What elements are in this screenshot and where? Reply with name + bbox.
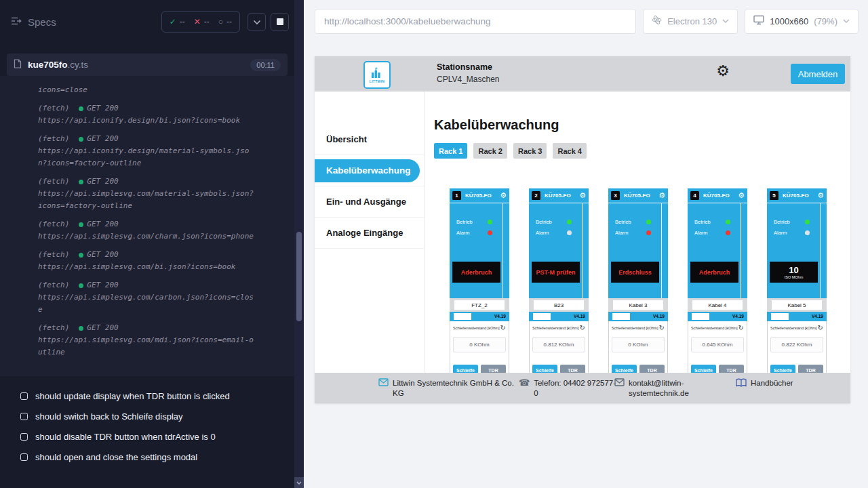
specs-button[interactable]: Specs <box>11 16 161 28</box>
measurement-panel: Schleifenwiderstand [kOhm]↻ 0 KOhm Schle… <box>608 321 668 373</box>
tab-rack-4[interactable]: Rack 4 <box>553 143 586 159</box>
logout-button[interactable]: Abmelden <box>791 64 845 84</box>
version-chip <box>454 313 471 320</box>
cable-name-field[interactable]: FTZ_2 <box>454 300 505 310</box>
test-collapse-icon <box>20 413 28 420</box>
url-bar[interactable]: http://localhost:3000/kabelueberwachung <box>315 9 636 34</box>
alarm-led <box>805 230 810 235</box>
log-entry[interactable]: (fetch)GET 200 https://api.simplesvg.com… <box>38 218 281 243</box>
betrieb-led <box>805 220 810 224</box>
collapse-button[interactable] <box>248 13 266 31</box>
log-entry[interactable]: (fetch)GET 200 https://api.simplesvg.com… <box>38 322 281 359</box>
footer-manuals-link[interactable]: Handbücher <box>736 378 793 388</box>
viewport-zoom: (79%) <box>814 16 837 26</box>
tdr-button[interactable]: TDR <box>719 365 744 373</box>
version-chip <box>612 313 630 320</box>
footer-phone[interactable]: ☎ Telefon: 04402 972577-0 <box>519 378 618 399</box>
card-header: 4 KÜ705-FO ⚙ <box>688 188 747 203</box>
viewport-size: 1000x660 <box>770 16 808 26</box>
reporter-scrollbar[interactable] <box>294 0 304 488</box>
tdr-button[interactable]: TDR <box>560 365 585 373</box>
tab-rack-2[interactable]: Rack 2 <box>473 143 507 159</box>
test-item[interactable]: should switch back to Schleife display <box>20 411 230 422</box>
cable-name-strip: FTZ_2 <box>450 298 509 312</box>
sidebar-item-analoge-eingaenge[interactable]: Analoge Eingänge <box>315 218 424 249</box>
test-item[interactable]: should open and close the settings modal <box>20 452 230 462</box>
browser-bar: http://localhost:3000/kabelueberwachung … <box>304 0 868 42</box>
browser-select[interactable]: Electron 130 <box>643 9 738 34</box>
cross-icon: ✕ <box>194 17 201 26</box>
measurement-value: 0.645 KOhm <box>691 337 744 352</box>
version-row: V4.19 <box>450 312 509 321</box>
app-header: LITTWIN Stationsname CPLV4_Maschen ⚙ Abm… <box>315 56 850 92</box>
card-divider <box>582 203 583 298</box>
spec-timer: 00:11 <box>250 59 281 71</box>
card-header: 2 KÜ705-FO ⚙ <box>529 188 589 203</box>
app-sidebar: Übersicht Kabelüberwachung Ein- und Ausg… <box>315 92 425 373</box>
refresh-icon[interactable]: ↻ <box>818 325 823 331</box>
viewport-select[interactable]: 1000x660 (79%) <box>745 9 859 34</box>
cable-name-field[interactable]: Kabel 5 <box>772 300 822 310</box>
iso-unit: ISO MOhm <box>785 275 804 279</box>
card-settings-gear-icon[interactable]: ⚙ <box>658 192 665 199</box>
test-item[interactable]: should disable TDR button when tdrActive… <box>20 432 230 442</box>
log-entry[interactable]: (fetch)GET 200 https://api.simplesvg.com… <box>38 176 281 212</box>
app-footer: Littwin Systemtechnik GmbH & Co. KG ☎ Te… <box>315 373 850 403</box>
status-display: Aderbruch <box>452 262 500 283</box>
log-line[interactable]: icons=close <box>38 84 255 96</box>
device-card-4: 4 KÜ705-FO ⚙ Betrieb Alarm Aderbruch Kab… <box>688 188 747 373</box>
card-number: 5 <box>770 191 778 200</box>
spec-file-row[interactable]: kue705fo.cy.ts 00:11 <box>7 54 288 76</box>
cable-name-strip: Kabel 5 <box>767 298 827 312</box>
refresh-icon[interactable]: ↻ <box>659 325 665 331</box>
cable-name-strip: Kabel 4 <box>688 298 747 312</box>
sidebar-item-ein-und-ausgaenge[interactable]: Ein- und Ausgänge <box>315 186 424 218</box>
betrieb-led <box>488 220 492 224</box>
schleife-button[interactable]: Schleife <box>691 365 716 373</box>
footer-company[interactable]: Littwin Systemtechnik GmbH & Co. KG <box>378 378 517 399</box>
sidebar-item-uebersicht[interactable]: Übersicht <box>315 124 424 155</box>
cable-name-field[interactable]: Kabel 3 <box>613 300 663 310</box>
log-entry[interactable]: (fetch)GET 200 https://api.iconify.desig… <box>38 133 281 169</box>
schleife-button[interactable]: Schleife <box>612 365 637 373</box>
schleife-button[interactable]: Schleife <box>453 365 478 373</box>
log-entry[interactable]: (fetch)GET 200 https://api.simplesvg.com… <box>38 279 281 316</box>
spec-name: kue705fo.cy.ts <box>28 60 88 70</box>
cable-name-field[interactable]: Kabel 4 <box>692 300 743 310</box>
firmware-version: V4.19 <box>812 314 823 319</box>
stop-button[interactable] <box>271 13 289 31</box>
tdr-button[interactable]: TDR <box>481 365 506 373</box>
card-header: 1 KÜ705-FO ⚙ <box>450 188 509 203</box>
card-model: KÜ705-FO <box>703 192 730 199</box>
log-entry[interactable]: (fetch)GET 200 https://api.simplesvg.com… <box>38 249 281 273</box>
alarm-led <box>567 230 572 235</box>
tdr-button[interactable]: TDR <box>639 365 665 373</box>
test-item[interactable]: should update display when TDR button is… <box>20 391 230 401</box>
scrollbar-thumb[interactable] <box>296 232 302 321</box>
card-settings-gear-icon[interactable]: ⚙ <box>500 192 507 199</box>
device-card-3: 3 KÜ705-FO ⚙ Betrieb Alarm Erdschluss Ka… <box>608 188 668 373</box>
schleife-button[interactable]: Schleife <box>770 365 795 373</box>
settings-gear-icon[interactable]: ⚙ <box>716 64 730 79</box>
schleife-button[interactable]: Schleife <box>532 365 557 373</box>
card-settings-gear-icon[interactable]: ⚙ <box>738 192 745 199</box>
cypress-reporter-panel: Specs ✓-- ✕-- ○-- kue705fo.cy.ts 00:11 i… <box>0 0 304 488</box>
card-settings-gear-icon[interactable]: ⚙ <box>817 192 824 199</box>
footer-email[interactable]: kontakt@littwin-systemtechnik.de <box>614 378 700 399</box>
card-settings-gear-icon[interactable]: ⚙ <box>579 192 586 199</box>
tab-rack-3[interactable]: Rack 3 <box>513 143 547 159</box>
tdr-button[interactable]: TDR <box>798 365 823 373</box>
card-number: 2 <box>532 191 540 200</box>
book-icon <box>736 378 747 388</box>
refresh-icon[interactable]: ↻ <box>500 325 506 331</box>
sidebar-item-kabelueberwachung[interactable]: Kabelüberwachung <box>315 155 424 186</box>
test-collapse-icon <box>20 433 28 441</box>
scroll-down-button[interactable] <box>294 477 304 488</box>
log-entry[interactable]: (fetch)GET 200 https://api.iconify.desig… <box>38 102 281 127</box>
tab-rack-1[interactable]: Rack 1 <box>434 143 467 159</box>
refresh-icon[interactable]: ↻ <box>738 325 744 331</box>
measurement-panel: Schleifenwiderstand [kOhm]↻ 0.812 KOhm S… <box>529 321 589 373</box>
refresh-icon[interactable]: ↻ <box>580 325 585 331</box>
cable-name-field[interactable]: B23 <box>534 300 584 310</box>
email-icon <box>614 378 625 399</box>
